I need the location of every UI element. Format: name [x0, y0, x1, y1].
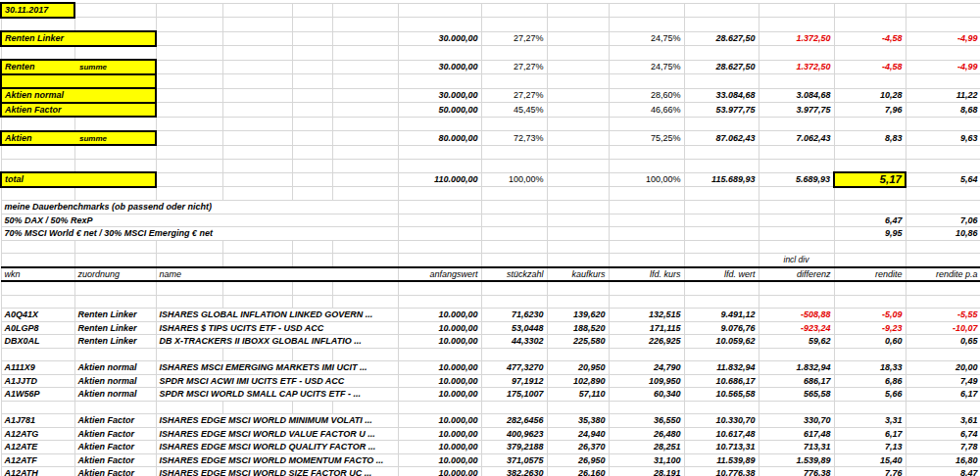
summary-anteil-now-cell[interactable]: 28,60%	[609, 88, 684, 103]
data-cell-rendite[interactable]: 5,66	[834, 388, 906, 402]
empty-cell[interactable]	[481, 201, 547, 214]
empty-cell[interactable]	[834, 187, 906, 201]
empty-cell[interactable]	[906, 295, 980, 309]
header-cell-rendite[interactable]: rendite	[834, 267, 906, 282]
data-cell-name[interactable]: SPDR MSCI WORLD SMALL CAP UCITS ETF - ..…	[156, 388, 398, 402]
empty-cell[interactable]	[481, 240, 547, 254]
empty-cell[interactable]	[609, 227, 684, 241]
empty-cell[interactable]	[292, 172, 332, 187]
empty-cell[interactable]	[684, 227, 759, 241]
empty-cell[interactable]	[398, 74, 481, 89]
data-cell-kaufkurs[interactable]: 24,940	[547, 427, 609, 441]
empty-cell[interactable]	[759, 3, 834, 18]
data-cell-zuordnung[interactable]: Aktien Factor	[74, 414, 156, 428]
empty-cell[interactable]	[156, 117, 222, 131]
empty-cell[interactable]	[684, 117, 759, 131]
data-cell-zuordnung[interactable]: Aktien normal	[74, 388, 156, 402]
data-cell-anfangswert[interactable]: 10.000,00	[398, 467, 481, 476]
empty-cell[interactable]	[292, 254, 332, 267]
data-cell-differenz[interactable]: -923,24	[759, 321, 834, 335]
empty-cell[interactable]	[156, 159, 222, 172]
empty-cell[interactable]	[156, 187, 222, 201]
empty-cell[interactable]	[684, 3, 759, 18]
empty-cell[interactable]	[332, 159, 398, 172]
empty-cell[interactable]	[332, 60, 398, 74]
empty-cell[interactable]	[481, 295, 547, 309]
empty-cell[interactable]	[609, 214, 684, 227]
data-cell-anfangswert[interactable]: 10.000,00	[398, 427, 481, 441]
empty-cell[interactable]	[684, 295, 759, 309]
empty-cell[interactable]	[834, 3, 906, 18]
header-cell-lfd-wert[interactable]: lfd. wert	[684, 267, 759, 282]
summary-anteil-start-cell[interactable]: 27,27%	[481, 60, 547, 74]
data-cell-lfd-wert[interactable]: 10.059,62	[684, 335, 759, 349]
empty-cell[interactable]	[547, 201, 609, 214]
summary-differenz-cell[interactable]: 3.977,75	[759, 103, 834, 118]
empty-cell[interactable]	[74, 18, 156, 32]
empty-cell[interactable]	[547, 131, 609, 146]
summary-differenz-cell[interactable]: 7.062,43	[759, 131, 834, 146]
empty-cell[interactable]	[834, 145, 906, 159]
empty-cell[interactable]	[906, 145, 980, 159]
empty-cell[interactable]	[684, 281, 759, 295]
summary-anfangswert-cell[interactable]: 80.000,00	[398, 131, 481, 146]
data-cell-lfd-wert[interactable]: 11.539,89	[684, 453, 759, 467]
summary-anfangswert-cell[interactable]: 50.000,00	[398, 103, 481, 118]
empty-cell[interactable]	[222, 46, 292, 61]
empty-cell[interactable]	[222, 172, 292, 187]
empty-cell[interactable]	[292, 88, 332, 103]
empty-cell[interactable]	[292, 187, 332, 201]
empty-cell[interactable]	[1, 159, 74, 172]
empty-cell[interactable]	[906, 201, 980, 214]
summary-differenz-cell[interactable]: 1.372,50	[759, 60, 834, 74]
summary-spacer-box[interactable]	[1, 74, 156, 89]
empty-cell[interactable]	[1, 254, 74, 267]
empty-cell[interactable]	[222, 254, 292, 267]
empty-cell[interactable]	[332, 187, 398, 201]
empty-cell[interactable]	[547, 172, 609, 187]
data-cell-stueckzahl[interactable]: 379,2188	[481, 441, 547, 454]
empty-cell[interactable]	[1, 240, 74, 254]
data-cell-lfd-wert[interactable]: 9.491,12	[684, 309, 759, 322]
data-cell-rendite[interactable]: 3,31	[834, 414, 906, 428]
empty-cell[interactable]	[156, 145, 222, 159]
data-cell-anfangswert[interactable]: 10.000,00	[398, 453, 481, 467]
summary-wert-cell[interactable]: 115.689,93	[684, 172, 759, 187]
data-cell-lfd-kurs[interactable]: 109,950	[609, 374, 684, 388]
empty-cell[interactable]	[609, 348, 684, 361]
data-cell-anfangswert[interactable]: 10.000,00	[398, 374, 481, 388]
empty-cell[interactable]	[834, 240, 906, 254]
empty-cell[interactable]	[547, 187, 609, 201]
data-cell-stueckzahl[interactable]: 175,1007	[481, 388, 547, 402]
data-cell-name[interactable]: SPDR MSCI ACWI IMI UCITS ETF - USD ACC	[156, 374, 398, 388]
data-cell-lfd-wert[interactable]: 10.776,38	[684, 467, 759, 476]
empty-cell[interactable]	[156, 46, 222, 61]
empty-cell[interactable]	[481, 214, 547, 227]
empty-cell[interactable]	[759, 201, 834, 214]
summary-rendite-pa-cell[interactable]: 11,22	[906, 88, 980, 103]
empty-cell[interactable]	[222, 74, 292, 89]
header-cell-rendite-pa[interactable]: rendite p.a	[906, 267, 980, 282]
data-cell-name[interactable]: ISHARES EDGE MSCI WORLD MINIMUM VOLATI .…	[156, 414, 398, 428]
summary-anteil-now-cell[interactable]: 75,25%	[609, 131, 684, 146]
empty-cell[interactable]	[834, 295, 906, 309]
empty-cell[interactable]	[222, 348, 292, 361]
empty-cell[interactable]	[759, 159, 834, 172]
empty-cell[interactable]	[759, 187, 834, 201]
empty-cell[interactable]	[547, 103, 609, 118]
benchmark-label-cell[interactable]: 70% MSCI World € net / 30% MSCI Emerging…	[1, 227, 398, 241]
empty-cell[interactable]	[156, 281, 222, 295]
empty-cell[interactable]	[156, 131, 222, 146]
data-cell-differenz[interactable]: 617,48	[759, 427, 834, 441]
header-cell-wkn[interactable]: wkn	[1, 267, 74, 282]
summary-wert-cell[interactable]: 33.084,68	[684, 88, 759, 103]
empty-cell[interactable]	[609, 254, 684, 267]
empty-cell[interactable]	[222, 117, 292, 131]
empty-cell[interactable]	[222, 88, 292, 103]
data-cell-rendite-pa[interactable]: -10,07	[906, 321, 980, 335]
summary-differenz-cell[interactable]: 1.372,50	[759, 31, 834, 46]
empty-cell[interactable]	[481, 159, 547, 172]
empty-cell[interactable]	[398, 254, 481, 267]
empty-cell[interactable]	[74, 295, 156, 309]
data-cell-zuordnung[interactable]: Renten Linker	[74, 335, 156, 349]
